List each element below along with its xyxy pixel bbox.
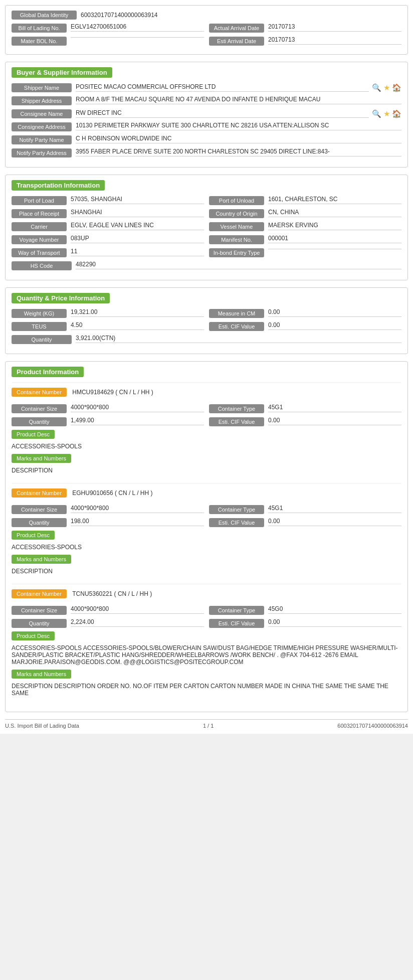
container-size-3-row: Container Size 4000*900*800 [12, 605, 204, 615]
consignee-star-icon[interactable]: ★ [383, 109, 390, 118]
quantity-2-value: 198.00 [71, 518, 204, 526]
container-size-2-value: 4000*900*800 [71, 505, 204, 513]
in-bond-entry-type-value [268, 248, 401, 249]
product-desc-1-header: Product Desc [12, 430, 401, 441]
marks-numbers-1-label: Marks and Numbers [12, 454, 71, 463]
in-bond-entry-type-row: In-bond Entry Type [209, 248, 401, 257]
quantity-cif-2: Quantity 198.00 Esti. CIF Value 0.00 [12, 518, 401, 531]
carrier-value: EGLV, EAGLE VAN LINES INC [71, 222, 204, 230]
esti-cif-2-value: 0.00 [268, 518, 401, 526]
container-size-type-2: Container Size 4000*900*800 Container Ty… [12, 505, 401, 518]
weight-kg-row: Weight (KG) 19,321.00 [12, 308, 204, 318]
star-icon[interactable]: ★ [383, 83, 390, 92]
container-size-type-3: Container Size 4000*900*800 Container Ty… [12, 605, 401, 618]
vessel-name-row: Vessel Name MAERSK ERVING [209, 222, 401, 231]
product-desc-2-label: Product Desc [12, 531, 55, 540]
notify-party-address-value: 3955 FABER PLACE DRIVE SUITE 200 NORTH C… [76, 148, 401, 156]
container-number-1-label: Container Number [12, 388, 67, 397]
consignee-name-label: Consignee Name [12, 109, 72, 118]
bill-of-lading-value: EGLV142700651006 [71, 23, 204, 32]
country-of-origin-row: Country of Origin CN, CHINA [209, 209, 401, 218]
footer-left: U.S. Import Bill of Lading Data [5, 723, 79, 729]
marks-numbers-3-label: Marks and Numbers [12, 670, 71, 679]
port-of-load-value: 57035, SHANGHAI [71, 196, 204, 204]
voyage-number-value: 083UP [71, 235, 204, 243]
global-data-identity-value: 60032017071400000063914 [81, 12, 158, 19]
notify-party-name-value: C H ROBINSON WORLDWIDE INC [76, 135, 401, 143]
notify-party-name-label: Notify Party Name [12, 135, 72, 144]
quantity-price-header: Quantity & Price Information [12, 293, 110, 303]
container-number-3-value: TCNU5360221 ( CN / L / HH ) [72, 590, 152, 597]
place-of-receipt-label: Place of Receipt [12, 209, 67, 218]
product-desc-3-value: ACCESSORIES-SPOOLS ACCESSORIES-SPOOLS/BL… [12, 644, 401, 666]
container-number-2-value: EGHU9010656 ( CN / L / HH ) [72, 489, 152, 497]
container-size-3-value: 4000*900*800 [71, 605, 204, 614]
shipper-address-row: Shipper Address ROOM A 8/F THE MACAU SQU… [12, 96, 401, 105]
container-number-1-value: HMCU9184629 ( CN / L / HH ) [72, 389, 153, 396]
home-icon[interactable]: 🏠 [392, 83, 401, 92]
consignee-name-icons: 🔍 ★ 🏠 [372, 109, 401, 118]
search-icon[interactable]: 🔍 [372, 83, 381, 92]
esti-arrival-date-row: Esti Arrival Date 20170713 [209, 36, 401, 46]
master-bol-value [71, 36, 204, 38]
quantity-1-row: Quantity 1,499.00 [12, 417, 204, 426]
container-size-2-row: Container Size 4000*900*800 [12, 505, 204, 514]
transport-bond-row: Way of Transport 11 In-bond Entry Type [12, 248, 401, 261]
quantity-value: 3,921.00(CTN) [76, 335, 401, 343]
esti-cif-2-label: Esti. CIF Value [209, 518, 264, 527]
quantity-cif-3: Quantity 2,224.00 Esti. CIF Value 0.00 [12, 618, 401, 631]
quantity-price-section: Quantity & Price Information Weight (KG)… [5, 287, 408, 354]
product-desc-3-label: Product Desc [12, 631, 55, 640]
container-type-2-row: Container Type 45G1 [209, 505, 401, 514]
esti-cif-label: Esti. CIF Value [209, 322, 264, 331]
weight-measure-row: Weight (KG) 19,321.00 Measure in CM 0.00 [12, 308, 401, 321]
actual-arrival-date-value: 20170713 [268, 23, 401, 32]
place-of-receipt-row: Place of Receipt SHANGHAI [12, 209, 204, 218]
quantity-2-row: Quantity 198.00 [12, 518, 204, 527]
hs-code-value: 482290 [76, 261, 401, 269]
container-size-2-label: Container Size [12, 505, 67, 514]
master-bol-field-row: Mater BOL No. [12, 36, 204, 46]
marks-numbers-2-value: DESCRIPTION [12, 568, 401, 575]
buyer-supplier-section: Buyer & Supplier Information Shipper Nam… [5, 62, 408, 168]
container-number-3-row: Container Number TCNU5360221 ( CN / L / … [12, 589, 401, 602]
weight-kg-value: 19,321.00 [71, 308, 204, 317]
teus-row: TEUS 4.50 [12, 321, 204, 331]
measure-cm-label: Measure in CM [209, 309, 264, 318]
quantity-label: Quantity [12, 335, 72, 344]
consignee-address-row: Consignee Address 10130 PERIMETER PARKWA… [12, 122, 401, 131]
carrier-label: Carrier [12, 222, 67, 231]
manifest-no-row: Manifest No. 000001 [209, 235, 401, 244]
marks-numbers-1-header: Marks and Numbers [12, 454, 401, 465]
container-size-1-label: Container Size [12, 404, 67, 413]
product-desc-3-header: Product Desc [12, 631, 401, 642]
product-desc-2-header: Product Desc [12, 531, 401, 542]
esti-cif-value: 0.00 [268, 321, 401, 330]
esti-cif-row: Esti. CIF Value 0.00 [209, 321, 401, 331]
consignee-home-icon[interactable]: 🏠 [392, 109, 401, 118]
carrier-vessel-row: Carrier EGLV, EAGLE VAN LINES INC Vessel… [12, 222, 401, 235]
actual-arrival-date-label: Actual Arrival Date [209, 24, 264, 33]
shipper-name-row: Shipper Name POSITEC MACAO COMMERCIAL OF… [12, 83, 401, 92]
esti-cif-1-row: Esti. CIF Value 0.00 [209, 417, 401, 426]
consignee-search-icon[interactable]: 🔍 [372, 109, 381, 118]
container-size-1-value: 4000*900*800 [71, 404, 204, 412]
measure-cm-row: Measure in CM 0.00 [209, 308, 401, 318]
container-type-3-row: Container Type 45G0 [209, 605, 401, 615]
global-info-section: Global Data Identity 6003201707140000006… [5, 5, 408, 55]
bill-of-lading-label: Bill of Lading No. [12, 24, 67, 33]
container-type-2-label: Container Type [209, 505, 264, 514]
esti-cif-1-label: Esti. CIF Value [209, 417, 264, 426]
way-of-transport-label: Way of Transport [12, 248, 67, 257]
vessel-name-value: MAERSK ERVING [268, 222, 401, 230]
shipper-name-icons: 🔍 ★ 🏠 [372, 83, 401, 92]
manifest-no-value: 000001 [268, 235, 401, 243]
consignee-name-value: RW DIRECT INC [76, 109, 369, 118]
quantity-1-value: 1,499.00 [71, 417, 204, 425]
voyage-number-row: Voyage Number 083UP [12, 235, 204, 244]
bill-of-lading-row: Bill of Lading No. EGLV142700651006 [12, 23, 204, 33]
master-bol-row: Mater BOL No. Esti Arrival Date 20170713 [12, 36, 401, 49]
buyer-supplier-header: Buyer & Supplier Information [12, 67, 112, 78]
product-information-section: Product Information Container Number HMC… [5, 361, 408, 712]
way-of-transport-value: 11 [71, 248, 204, 256]
